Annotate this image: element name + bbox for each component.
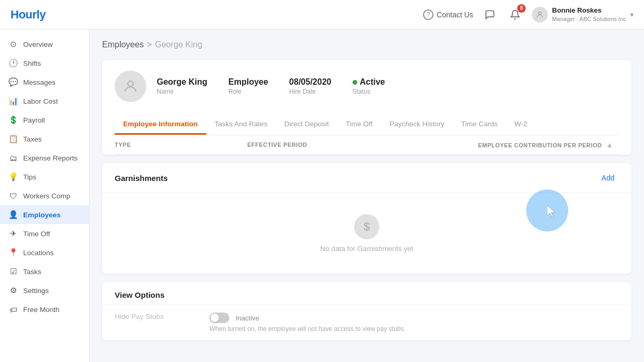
sidebar-label-tips: Tips: [23, 173, 36, 181]
garnishments-empty-state: $ No data for Garnishments yet: [102, 193, 631, 274]
employee-status-value: Active: [353, 77, 385, 87]
sidebar-label-employees: Employees: [23, 211, 61, 219]
notifications-icon-button[interactable]: 8: [507, 6, 524, 23]
sidebar-item-locations[interactable]: 📍 Locations: [0, 243, 89, 262]
view-options-title: View Options: [102, 282, 631, 305]
sidebar-item-labor-cost[interactable]: 📊 Labor Cost: [0, 92, 89, 110]
sidebar-label-shifts: Shifts: [23, 59, 41, 67]
garnishments-empty-text: No data for Garnishments yet: [320, 245, 413, 253]
sidebar-label-free-month: Free Month: [23, 306, 59, 314]
breadcrumb-current: George King: [155, 40, 203, 49]
employee-header: George King Name Employee Role 08/05/202…: [115, 71, 619, 113]
employee-card: George King Name Employee Role 08/05/202…: [102, 60, 631, 155]
content-area: Employees > George King George King Name: [89, 29, 644, 362]
sidebar-item-time-off[interactable]: ✈ Time Off: [0, 224, 89, 243]
tips-icon: 💡: [8, 172, 18, 182]
breadcrumb-employees[interactable]: Employees: [102, 40, 144, 49]
table-header: TYPE EFFECTIVE PERIOD EMPLOYEE CONTRIBUT…: [115, 135, 619, 155]
user-company: Manager · ABC Solutions Inc: [552, 15, 626, 23]
sidebar-item-messages[interactable]: 💬 Messages: [0, 73, 89, 92]
user-name: Bonnie Roskes: [552, 6, 626, 15]
user-info: Bonnie Roskes Manager · ABC Solutions In…: [552, 6, 626, 23]
breadcrumb-separator: >: [147, 40, 152, 49]
svg-point-0: [539, 12, 541, 14]
employee-hire-date-value: 08/05/2020: [289, 77, 331, 87]
messages-icon-button[interactable]: [481, 6, 498, 23]
employee-avatar: [115, 71, 146, 102]
sidebar: ⊙ Overview 🕐 Shifts 💬 Messages 📊 Labor C…: [0, 29, 89, 362]
view-option-row-hide-pay-stubs: Hide Pay Stubs Inactive When turned on, …: [102, 305, 631, 340]
sidebar-item-free-month[interactable]: 🏷 Free Month: [0, 300, 89, 319]
sidebar-item-overview[interactable]: ⊙ Overview: [0, 35, 89, 54]
sidebar-item-settings[interactable]: ⚙ Settings: [0, 281, 89, 300]
garnishments-empty-icon: $: [354, 214, 379, 239]
sidebar-item-taxes[interactable]: 📋 Taxes: [0, 129, 89, 148]
sidebar-label-labor-cost: Labor Cost: [23, 97, 58, 105]
sidebar-label-tasks: Tasks: [23, 268, 42, 276]
tab-tasks-rates[interactable]: Tasks And Rates: [206, 115, 276, 135]
sidebar-item-tasks[interactable]: ☑ Tasks: [0, 262, 89, 281]
garnishments-section: Garnishments Add $ No data for Garnishme…: [102, 163, 631, 274]
tab-direct-deposit[interactable]: Direct Deposit: [276, 115, 337, 135]
workers-comp-icon: 🛡: [8, 191, 18, 200]
employee-hire-date-field: 08/05/2020 Hire Date: [289, 77, 331, 95]
sidebar-label-payroll: Payroll: [23, 116, 45, 124]
col-period-header: EFFECTIVE PERIOD: [237, 142, 430, 148]
main-content: Employees > George King George King Name: [89, 29, 644, 362]
sidebar-label-settings: Settings: [23, 287, 49, 295]
locations-icon: 📍: [8, 248, 18, 257]
col-type-header: TYPE: [115, 142, 237, 148]
hide-pay-stubs-toggle[interactable]: [209, 313, 229, 323]
breadcrumb: Employees > George King: [102, 40, 631, 49]
tab-time-cards[interactable]: Time Cards: [452, 115, 506, 135]
employees-icon: 👤: [8, 210, 18, 219]
hide-pay-stubs-right: Inactive When turned on, the employee wi…: [209, 313, 406, 333]
employee-role-field: Employee Role: [228, 77, 268, 95]
free-month-icon: 🏷: [8, 305, 18, 314]
employee-status-label: Status: [353, 88, 385, 95]
sidebar-item-employees[interactable]: 👤 Employees: [0, 205, 89, 224]
user-avatar: [532, 7, 548, 23]
sidebar-item-tips[interactable]: 💡 Tips: [0, 167, 89, 186]
time-off-icon: ✈: [8, 229, 18, 238]
app-logo: Hourly: [11, 8, 46, 22]
tab-paycheck-history[interactable]: Paycheck History: [381, 115, 452, 135]
tab-w2[interactable]: W-2: [506, 115, 536, 135]
layout: ⊙ Overview 🕐 Shifts 💬 Messages 📊 Labor C…: [0, 29, 644, 362]
hide-pay-stubs-label: Hide Pay Stubs: [115, 313, 178, 320]
overview-icon: ⊙: [8, 39, 18, 49]
employee-status-field: Active Status: [353, 77, 385, 95]
tab-time-off[interactable]: Time Off: [337, 115, 381, 135]
help-icon: ?: [423, 9, 434, 20]
sidebar-item-payroll[interactable]: 💲 Payroll: [0, 110, 89, 129]
toggle-container: Inactive: [209, 313, 406, 323]
labor-cost-icon: 📊: [8, 96, 18, 106]
header-right: ? Contact Us 8 Bonnie Roskes Manager · A…: [423, 6, 633, 23]
notification-badge: 8: [517, 4, 526, 13]
messages-icon: 💬: [8, 77, 18, 87]
employee-hire-date-label: Hire Date: [289, 88, 331, 95]
expense-reports-icon: 🗂: [8, 153, 18, 163]
sidebar-label-expense-reports: Expense Reports: [23, 154, 78, 162]
sidebar-label-time-off: Time Off: [23, 230, 50, 238]
garnishments-header: Garnishments Add: [102, 163, 631, 193]
taxes-icon: 📋: [8, 134, 18, 144]
toggle-state-label: Inactive: [236, 314, 259, 322]
sidebar-label-overview: Overview: [23, 41, 53, 48]
sidebar-label-taxes: Taxes: [23, 135, 42, 143]
view-options-section: View Options Hide Pay Stubs Inactive Whe…: [102, 282, 631, 340]
sidebar-item-shifts[interactable]: 🕐 Shifts: [0, 54, 89, 73]
sidebar-item-workers-comp[interactable]: 🛡 Workers Comp: [0, 186, 89, 205]
svg-point-1: [128, 81, 133, 86]
sort-icon[interactable]: ▲: [606, 140, 613, 149]
contact-us-button[interactable]: ? Contact Us: [423, 9, 473, 20]
sidebar-item-expense-reports[interactable]: 🗂 Expense Reports: [0, 148, 89, 167]
col-contrib-header: EMPLOYEE CONTRIBUTION PER PERIOD ▲: [430, 140, 619, 149]
garnishments-title: Garnishments: [115, 174, 168, 183]
shifts-icon: 🕐: [8, 58, 18, 68]
settings-icon: ⚙: [8, 286, 18, 295]
garnishments-add-button[interactable]: Add: [597, 172, 619, 184]
sidebar-label-workers-comp: Workers Comp: [23, 192, 71, 200]
user-menu[interactable]: Bonnie Roskes Manager · ABC Solutions In…: [532, 6, 633, 23]
tab-employee-info[interactable]: Employee Information: [115, 115, 206, 135]
